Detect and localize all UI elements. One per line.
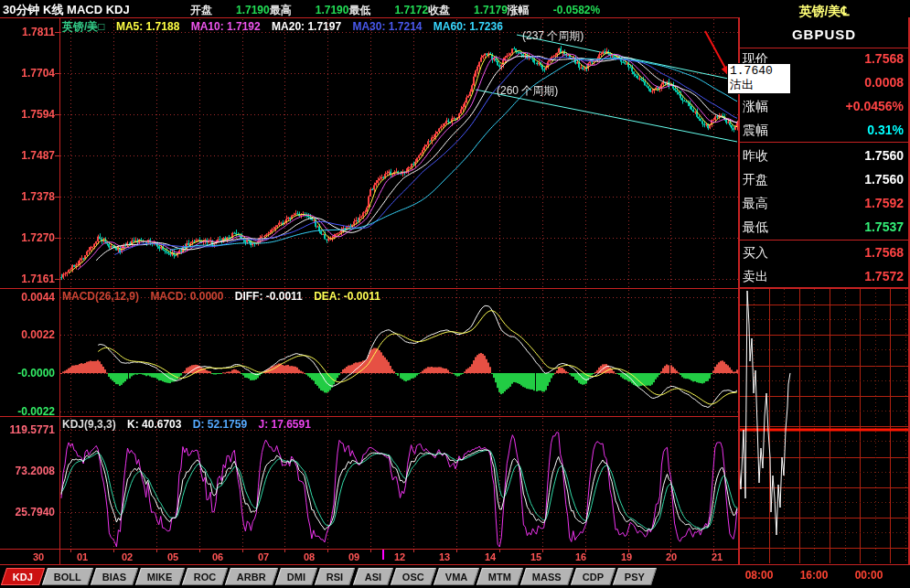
tooltip-action: 沽出	[730, 79, 790, 93]
quote-row-value: 1.7568	[864, 51, 904, 66]
symbol-label: 英镑/美□	[62, 20, 105, 33]
quote-row-value: 1.7592	[864, 196, 904, 210]
tab-label: BOLL	[54, 572, 81, 583]
macd-axis-label: 0.0022	[0, 328, 55, 341]
open-value: 1.7190	[236, 4, 270, 16]
tab-label: BIAS	[102, 572, 126, 583]
tab-psy[interactable]: PSY	[613, 568, 657, 585]
d-value: D: 52.1759	[193, 418, 247, 431]
quote-row-value: 1.7537	[864, 219, 904, 234]
j-value: J: 17.6591	[258, 418, 310, 431]
pane-separator-macd	[0, 288, 739, 289]
date-axis-label: 07	[249, 551, 278, 562]
annotation-237-periods: (237 个周期)	[522, 28, 583, 44]
tab-label: ASI	[365, 572, 381, 583]
date-axis-label: 14	[476, 551, 505, 562]
tab-mass[interactable]: MASS	[520, 568, 573, 585]
date-axis-label: 20	[657, 551, 686, 562]
tab-cdp[interactable]: CDP	[571, 568, 616, 585]
date-axis-label: 09	[339, 551, 369, 562]
kdj-legend: KDJ(9,3,3) K: 40.6703 D: 52.1759 J: 17.6…	[62, 418, 319, 431]
ma20-value: MA20: 1.7197	[272, 20, 341, 33]
tab-label: RSI	[327, 572, 343, 583]
date-axis-label: 30	[24, 551, 53, 562]
tab-dmi[interactable]: DMI	[275, 568, 317, 585]
date-axis-label: 19	[612, 551, 641, 562]
quote-row: 震幅0.31%	[743, 123, 905, 141]
low-value: 1.7172	[394, 4, 428, 16]
price-axis-label: 1.7811	[0, 26, 55, 38]
dea-value: DEA: -0.0011	[314, 290, 380, 303]
tab-label: CDP	[583, 572, 604, 583]
tab-kdj[interactable]: KDJ	[1, 568, 45, 585]
instrument-name: 英镑/美℄	[740, 4, 908, 20]
tab-arbr[interactable]: ARBR	[225, 568, 278, 585]
quote-row-label: 最高	[743, 196, 768, 212]
macd-axis-label: -0.0022	[0, 405, 55, 418]
change-label: 涨幅	[508, 4, 530, 16]
tab-rsi[interactable]: RSI	[315, 568, 356, 585]
close-value: 1.7179	[474, 4, 508, 16]
date-axis-label: 02	[112, 551, 142, 562]
macd-name: MACD(26,12,9)	[62, 290, 139, 303]
diff-value: DIFF: -0.0011	[235, 290, 303, 303]
tab-mike[interactable]: MIKE	[135, 568, 185, 585]
quote-row-label: 涨幅	[743, 99, 768, 115]
tab-asi[interactable]: ASI	[352, 568, 393, 585]
price-axis-label: 1.7487	[0, 149, 55, 162]
tab-label: MTM	[488, 572, 511, 583]
quote-summary-bar: 开盘1.7190最高1.7190最低1.7172收盘1.7179涨幅-0.058…	[190, 3, 600, 18]
time-axis-label: 00:00	[849, 569, 889, 582]
ma-legend: 英镑/美□ MA5: 1.7188 MA10: 1.7192 MA20: 1.7…	[62, 19, 511, 35]
high-value: 1.7190	[316, 4, 349, 16]
tab-label: OSC	[402, 572, 424, 583]
date-axis-label: 13	[430, 551, 459, 562]
panel-separator-2	[739, 240, 909, 241]
tab-label: ARBR	[237, 572, 266, 583]
tab-label: ROC	[194, 572, 216, 583]
tab-mtm[interactable]: MTM	[476, 568, 523, 585]
panel-title-separator	[739, 48, 909, 48]
price-axis-label: 1.7270	[0, 231, 55, 244]
date-axis-label: 12	[385, 551, 414, 562]
low-label: 最低	[348, 4, 370, 16]
quote-row-label: 开盘	[743, 172, 768, 188]
quote-row: 买入1.7568	[743, 245, 905, 263]
tab-osc[interactable]: OSC	[391, 568, 436, 585]
quote-row-value: 1.7572	[864, 269, 904, 283]
time-axis-label: 08:00	[739, 569, 779, 582]
ma30-value: MA30: 1.7214	[352, 20, 422, 33]
quote-row-value: 0.0008	[864, 75, 904, 90]
tabbar-top-border	[0, 564, 910, 565]
change-value: -0.0582%	[553, 4, 600, 16]
quote-row-value: 1.7568	[864, 245, 904, 260]
quote-row-value: 1.7560	[864, 172, 904, 187]
xaxis-line	[0, 549, 739, 550]
macd-value: MACD: 0.0000	[150, 290, 223, 303]
date-axis-label: 06	[203, 551, 232, 562]
date-axis-label: 01	[68, 551, 97, 562]
kdj-axis-label: 119.5771	[0, 423, 55, 436]
tab-boll[interactable]: BOLL	[42, 568, 93, 585]
ma10-value: MA10: 1.7192	[191, 20, 261, 33]
axis-cursor-mark	[382, 550, 384, 560]
chart-mode-title: 30分钟 K线 MACD KDJ	[3, 2, 130, 18]
date-axis-label: 08	[294, 551, 324, 562]
price-axis-label: 1.7704	[0, 67, 55, 80]
price-axis-label: 1.7378	[0, 190, 55, 203]
kdj-axis-label: 25.7940	[0, 506, 55, 519]
panel-separator-1	[739, 142, 909, 143]
open-label: 开盘	[190, 4, 212, 16]
tab-bias[interactable]: BIAS	[91, 568, 138, 585]
quote-row-label: 卖出	[743, 269, 768, 285]
quote-row: 涨幅+0.0456%	[743, 99, 905, 117]
kdj-name: KDJ(9,3,3)	[62, 418, 116, 431]
tab-roc[interactable]: ROC	[182, 568, 229, 585]
tab-label: PSY	[625, 572, 645, 583]
ma5-value: MA5: 1.7188	[116, 20, 179, 33]
date-axis-label: 16	[566, 551, 595, 562]
ma60-value: MA60: 1.7236	[434, 20, 503, 33]
quote-row: 最低1.7537	[743, 219, 905, 238]
tab-vma[interactable]: VMA	[434, 568, 480, 585]
price-tooltip: 1.7640 沽出	[727, 63, 791, 94]
